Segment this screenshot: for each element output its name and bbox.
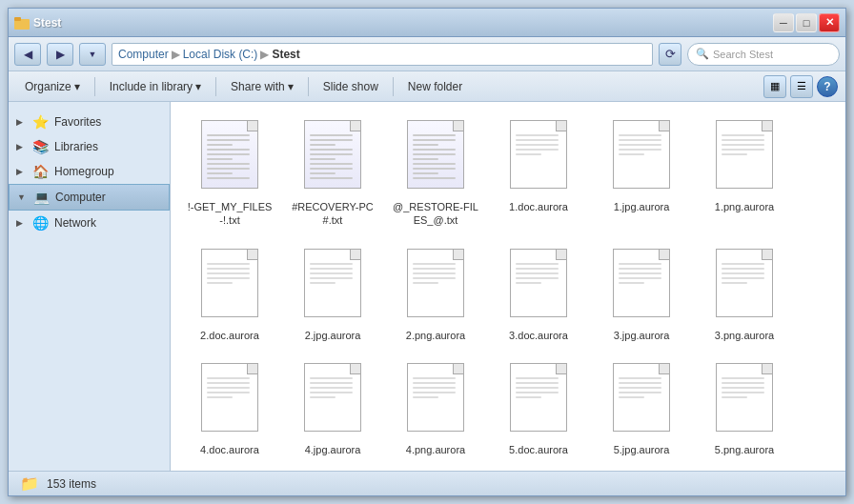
list-item[interactable]: 4.doc.aurora: [182, 356, 277, 463]
dropdown-button[interactable]: ▼: [79, 43, 106, 66]
doc-line: [619, 134, 661, 136]
homegroup-label: Homegroup: [54, 165, 114, 178]
doc-line: [310, 163, 353, 165]
list-item[interactable]: 3.png.aurora: [697, 242, 792, 349]
doc-lines: [413, 377, 456, 401]
slideshow-button[interactable]: Slide show: [315, 75, 387, 98]
doc-line: [310, 382, 353, 384]
file-name: 2.jpg.aurora: [305, 329, 361, 342]
doc-line: [310, 282, 336, 284]
favorites-icon: ⭐: [31, 113, 49, 131]
file-name: #RECOVERY-PC#.txt: [290, 200, 376, 228]
list-item[interactable]: 3.jpg.aurora: [594, 242, 689, 349]
list-item[interactable]: 3.doc.aurora: [491, 242, 586, 349]
list-item[interactable]: 1.doc.aurora: [491, 113, 586, 234]
list-item[interactable]: 1.jpg.aurora: [594, 113, 689, 234]
list-item[interactable]: 2.doc.aurora: [182, 242, 277, 349]
list-item[interactable]: 4.jpg.aurora: [285, 356, 380, 463]
doc-lines: [722, 377, 764, 401]
file-name: 5.doc.aurora: [509, 443, 568, 456]
help-button[interactable]: ?: [817, 76, 838, 97]
view-toggle-button[interactable]: ☰: [790, 75, 813, 98]
back-button[interactable]: ◀: [14, 43, 41, 66]
doc-line: [413, 158, 438, 160]
doc-line: [619, 272, 661, 274]
close-button[interactable]: ✕: [819, 13, 840, 32]
doc-line: [722, 387, 764, 389]
doc-line: [413, 163, 456, 165]
doc-file-icon: [716, 120, 773, 189]
slideshow-label: Slide show: [323, 80, 378, 93]
doc-line: [310, 177, 353, 179]
sidebar-item-computer[interactable]: ▼ 💻 Computer: [9, 184, 170, 211]
doc-line: [310, 268, 353, 270]
file-name: 5.png.aurora: [715, 443, 774, 456]
file-icon-container: [505, 249, 572, 325]
list-item[interactable]: !-GET_MY_FILES-!.txt: [182, 113, 277, 234]
view-options-button[interactable]: ▦: [763, 75, 786, 98]
svg-rect-1: [14, 17, 21, 21]
file-icon-container: [505, 363, 572, 439]
doc-line: [619, 139, 661, 141]
sidebar-item-libraries[interactable]: ▶ 📚 Libraries: [9, 134, 170, 159]
forward-button[interactable]: ▶: [47, 43, 73, 66]
organize-button[interactable]: Organize ▾: [16, 75, 89, 98]
list-item[interactable]: @_RESTORE-FILES_@.txt: [388, 113, 483, 234]
breadcrumb-stest[interactable]: Stest: [272, 48, 299, 61]
file-icon-container: [505, 120, 572, 196]
list-item[interactable]: 5.png.aurora: [697, 356, 792, 463]
minimize-button[interactable]: ─: [773, 13, 794, 32]
share-button[interactable]: Share with ▾: [222, 75, 302, 98]
maximize-button[interactable]: □: [796, 13, 817, 32]
main-content: ▶ ⭐ Favorites ▶ 📚 Libraries ▶ 🏠 Homegrou…: [9, 102, 845, 471]
doc-file-icon: [716, 249, 773, 317]
list-item[interactable]: #RECOVERY-PC#.txt: [285, 113, 380, 234]
doc-line: [207, 377, 250, 379]
doc-lines: [722, 134, 764, 158]
breadcrumb-computer[interactable]: Computer: [118, 48, 169, 61]
breadcrumb[interactable]: Computer ▶ Local Disk (C:) ▶ Stest: [112, 43, 653, 66]
doc-lines: [516, 134, 559, 158]
doc-line: [413, 177, 456, 179]
doc-line: [413, 382, 456, 384]
doc-line: [516, 387, 559, 389]
breadcrumb-localdisk[interactable]: Local Disk (C:): [183, 48, 258, 61]
doc-line: [413, 139, 456, 141]
doc-line: [619, 144, 661, 146]
file-icon-container: [196, 120, 263, 196]
doc-line: [207, 392, 250, 393]
doc-line: [516, 272, 559, 274]
doc-line: [619, 387, 661, 389]
include-library-button[interactable]: Include in library ▾: [101, 75, 210, 98]
doc-line: [516, 139, 559, 141]
doc-line: [722, 282, 747, 284]
doc-line: [207, 387, 250, 389]
doc-line: [310, 172, 336, 174]
file-pane[interactable]: !-GET_MY_FILES-!.txt #RECOVERY-PC#.txt @…: [171, 102, 845, 471]
doc-lines: [619, 134, 661, 158]
doc-line: [310, 272, 353, 274]
doc-lines: [207, 377, 250, 401]
list-item[interactable]: 1.png.aurora: [697, 113, 792, 234]
list-item[interactable]: 4.png.aurora: [388, 356, 483, 463]
list-item[interactable]: 2.png.aurora: [388, 242, 483, 349]
file-name: 4.doc.aurora: [200, 443, 259, 456]
organize-arrow: ▾: [74, 80, 80, 93]
doc-line: [722, 144, 764, 146]
sidebar-item-homegroup[interactable]: ▶ 🏠 Homegroup: [9, 159, 170, 184]
sidebar-item-network[interactable]: ▶ 🌐 Network: [9, 211, 170, 235]
doc-line: [207, 163, 250, 165]
list-item[interactable]: 5.jpg.aurora: [594, 356, 689, 463]
list-item[interactable]: 2.jpg.aurora: [285, 242, 380, 349]
doc-line: [516, 282, 541, 284]
search-icon: 🔍: [696, 48, 709, 60]
refresh-button[interactable]: ⟳: [659, 43, 681, 66]
toolbar-separator-1: [94, 77, 95, 96]
new-folder-button[interactable]: New folder: [399, 75, 471, 98]
doc-line: [413, 168, 456, 170]
sidebar-item-favorites[interactable]: ▶ ⭐ Favorites: [9, 110, 170, 134]
doc-line: [619, 377, 661, 379]
search-box[interactable]: 🔍 Search Stest: [687, 43, 840, 66]
doc-file-icon: [613, 249, 670, 317]
list-item[interactable]: 5.doc.aurora: [491, 356, 586, 463]
